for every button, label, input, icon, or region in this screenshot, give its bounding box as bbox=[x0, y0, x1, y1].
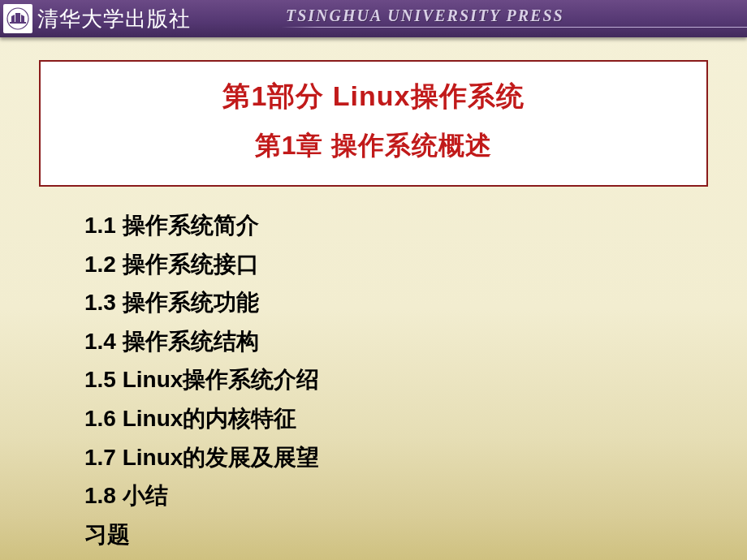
toc-item: 1.7 Linux的发展及展望 bbox=[84, 438, 747, 477]
toc-item: 1.4 操作系统结构 bbox=[84, 322, 747, 361]
toc-item: 1.8 小结 bbox=[84, 476, 747, 515]
publisher-name-en: TSINGHUA UNIVERSITY PRESS bbox=[286, 6, 564, 25]
svg-rect-1 bbox=[10, 22, 26, 24]
toc-item: 1.2 操作系统接口 bbox=[84, 245, 747, 284]
publisher-logo-block: 清华大学出版社 bbox=[0, 4, 191, 33]
publisher-crest-icon bbox=[3, 4, 32, 33]
part-title: 第1部分 Linux操作系统 bbox=[49, 78, 698, 115]
toc-item: 1.6 Linux的内核特征 bbox=[84, 399, 747, 438]
toc-item: 1.5 Linux操作系统介绍 bbox=[84, 360, 747, 399]
publisher-name-cn: 清华大学出版社 bbox=[37, 5, 191, 33]
toc-item: 1.3 操作系统功能 bbox=[84, 283, 747, 322]
toc-item: 习题 bbox=[84, 515, 747, 554]
header-bar: 清华大学出版社 TSINGHUA UNIVERSITY PRESS bbox=[0, 0, 747, 37]
toc-item: 1.1 操作系统简介 bbox=[84, 206, 747, 245]
table-of-contents: 1.1 操作系统简介 1.2 操作系统接口 1.3 操作系统功能 1.4 操作系… bbox=[84, 206, 747, 554]
header-divider-line bbox=[281, 27, 747, 28]
chapter-title: 第1章 操作系统概述 bbox=[49, 128, 698, 164]
title-box: 第1部分 Linux操作系统 第1章 操作系统概述 bbox=[39, 60, 708, 187]
